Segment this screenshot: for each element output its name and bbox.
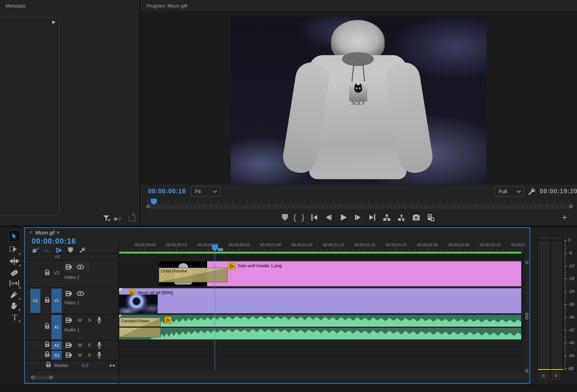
lock-icon[interactable] xyxy=(45,354,49,357)
toggle-track-output-icon[interactable] xyxy=(66,352,72,358)
panel-menu-icon[interactable]: ≡ xyxy=(185,3,188,9)
timeline-timecode[interactable]: 00:00:00:16 xyxy=(32,237,76,245)
vertical-zoom-handle-mid2[interactable] xyxy=(525,316,528,320)
track-a2-button[interactable]: A2 xyxy=(51,341,62,350)
source-patch-v1[interactable]: V1 xyxy=(30,289,40,313)
track-a1-button[interactable]: A1 xyxy=(51,315,62,339)
toggle-track-output-icon[interactable] xyxy=(66,342,72,348)
add-marker-icon[interactable] xyxy=(282,214,288,221)
ruler-label: 00:00:00:10 xyxy=(166,243,187,247)
program-seek-scrollbar[interactable] xyxy=(146,204,573,209)
go-to-in-icon[interactable] xyxy=(310,213,319,222)
settings-wrench-icon[interactable] xyxy=(527,187,536,196)
loop-export-icon[interactable] xyxy=(129,215,135,221)
timeline-h-scrollbar[interactable] xyxy=(30,376,525,380)
meter-solo-right-button[interactable]: S xyxy=(552,372,560,379)
toggle-track-output-icon[interactable] xyxy=(66,317,72,323)
mic-icon[interactable] xyxy=(97,316,102,324)
track-header-v3[interactable]: V3 xyxy=(25,253,118,260)
track-a3-button[interactable]: A3 xyxy=(51,351,62,360)
lock-icon[interactable] xyxy=(45,299,49,302)
eye-icon[interactable] xyxy=(77,264,84,270)
hand-tool[interactable] xyxy=(9,301,19,310)
play-icon[interactable] xyxy=(339,213,348,222)
track-v3-label: V3 xyxy=(55,255,59,259)
seek-zoom-handle-left[interactable] xyxy=(146,205,150,208)
mic-icon[interactable] xyxy=(97,341,102,349)
mark-out-icon[interactable]: } xyxy=(302,213,304,222)
seek-zoom-handle-right[interactable] xyxy=(570,205,573,208)
ripple-edit-tool[interactable] xyxy=(9,257,19,266)
solo-button[interactable]: S xyxy=(88,343,91,348)
vertical-zoom-handle-bottom[interactable] xyxy=(525,369,528,372)
go-to-out-icon[interactable] xyxy=(368,213,377,222)
transition-constant-power[interactable]: Constant Power xyxy=(119,318,161,337)
transition-cross-dissolve[interactable]: Cross Dissolve xyxy=(159,268,227,282)
track-header-v1[interactable]: V1 V1 Video 1 xyxy=(25,288,118,314)
metadata-list-box[interactable]: ▶ xyxy=(0,17,60,215)
clip-v1-moon-gif[interactable]: fx Moon gif.gif [50%] xyxy=(119,288,521,313)
track-header-a2[interactable]: A2 M S xyxy=(25,340,118,350)
mute-button[interactable]: M xyxy=(78,318,82,323)
comparison-view-icon[interactable] xyxy=(426,213,435,222)
track-v2-button[interactable]: V2 xyxy=(54,270,59,276)
lock-icon[interactable] xyxy=(45,272,49,275)
nest-toggle-icon[interactable]: ✱ xyxy=(32,247,39,254)
type-tool[interactable]: T xyxy=(10,313,19,321)
track-select-tool[interactable] xyxy=(9,246,19,254)
master-gain-value[interactable]: 0.0 xyxy=(82,363,88,368)
solo-button[interactable]: S xyxy=(88,353,91,358)
playback-resolution-select[interactable]: Full xyxy=(495,186,524,197)
meter-divider xyxy=(550,236,551,370)
add-panel-button[interactable]: + xyxy=(562,212,567,223)
expand-arrow-icon[interactable]: ▶ xyxy=(52,19,56,25)
toggle-track-output-icon[interactable] xyxy=(66,291,72,296)
track-header-a3[interactable]: A3 M S xyxy=(25,350,118,360)
step-forward-icon[interactable] xyxy=(354,213,362,222)
step-back-icon[interactable] xyxy=(324,213,333,222)
meter-solo-left-button[interactable]: S xyxy=(540,372,547,379)
panel-menu-icon[interactable]: ≡ xyxy=(57,229,60,236)
solo-button[interactable]: S xyxy=(88,318,91,323)
mic-icon[interactable] xyxy=(97,351,102,359)
ruler-label: 00:00:01:15 xyxy=(354,243,375,247)
track-header-v2[interactable]: V2 Video 2 xyxy=(25,261,118,287)
clip-v2-solv-hoodie[interactable]: fx Solv wolf hoodie 1.png Cross Dissolve xyxy=(159,261,521,286)
h-zoom-handle-right[interactable] xyxy=(49,376,53,379)
timeline-settings-wrench-icon[interactable] xyxy=(79,247,86,254)
clip-a1-audio[interactable]: fx Constant Power xyxy=(119,315,521,339)
lock-icon[interactable] xyxy=(45,326,49,329)
lift-icon[interactable] xyxy=(382,213,391,222)
filter-icon[interactable] xyxy=(103,215,110,221)
vertical-zoom-handle-mid1[interactable] xyxy=(525,313,528,316)
pen-tool[interactable] xyxy=(9,291,19,299)
add-marker-icon[interactable] xyxy=(68,247,73,253)
lock-icon[interactable] xyxy=(46,364,51,367)
solo-left-label: S xyxy=(542,373,545,378)
extract-icon[interactable] xyxy=(397,213,406,222)
selection-tool[interactable] xyxy=(8,230,20,242)
linked-selection-icon[interactable] xyxy=(55,247,63,254)
razor-tool[interactable] xyxy=(9,269,19,277)
mute-button[interactable]: M xyxy=(78,343,82,348)
mark-in-icon[interactable]: { xyxy=(293,213,296,222)
zoom-level-select[interactable]: Fit xyxy=(191,186,220,197)
playhead-line[interactable] xyxy=(215,251,215,371)
close-tab-icon[interactable]: × xyxy=(29,229,32,235)
track-header-master[interactable]: Master 0.0 ▸◂ xyxy=(25,360,118,370)
toggle-track-output-icon[interactable] xyxy=(66,264,72,270)
mute-button[interactable]: M xyxy=(78,353,82,358)
lock-icon[interactable] xyxy=(45,344,49,347)
export-frame-icon[interactable] xyxy=(412,213,421,222)
track-header-a1[interactable]: A1 M S Audio 1 xyxy=(25,314,118,340)
slip-tool[interactable] xyxy=(9,279,19,288)
program-seek-ruler[interactable] xyxy=(147,199,572,203)
vertical-zoom-handle-top[interactable] xyxy=(525,261,528,264)
track-v1-button[interactable]: V1 xyxy=(51,289,62,313)
eye-icon[interactable] xyxy=(77,291,84,296)
timeline-tab-label[interactable]: Moon gif xyxy=(36,230,55,236)
play-audio-icon[interactable]: ▶♪ xyxy=(114,215,121,222)
h-zoom-handle-left[interactable] xyxy=(31,376,34,379)
keyframe-nav-icon[interactable]: ▸◂ xyxy=(110,362,114,368)
program-timecode[interactable]: 00:00:00:16 xyxy=(148,188,186,195)
